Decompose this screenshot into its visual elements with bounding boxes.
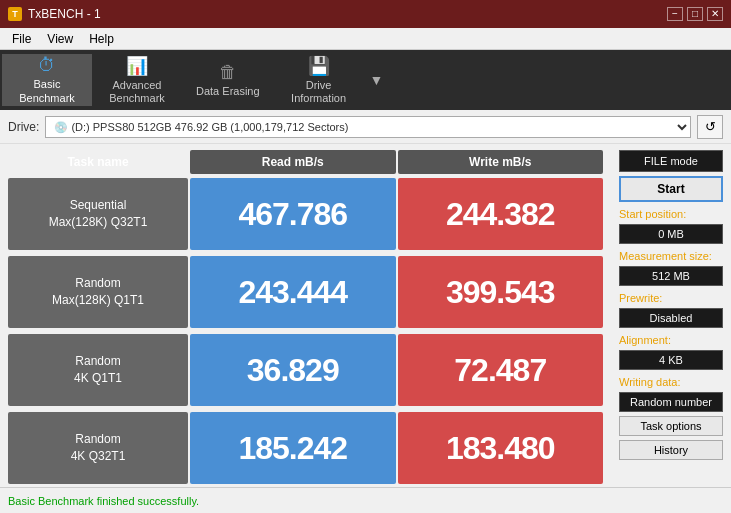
right-panel: FILE mode Start Start position: 0 MB Mea… [611, 144, 731, 487]
menu-help[interactable]: Help [81, 30, 122, 48]
alignment-label: Alignment: [619, 334, 723, 346]
toolbar-basic-benchmark[interactable]: ⏱ BasicBenchmark [2, 54, 92, 106]
toolbar-advanced-benchmark-label: AdvancedBenchmark [109, 79, 165, 105]
row-label-1: Random Max(128K) Q1T1 [8, 256, 188, 328]
menu-view[interactable]: View [39, 30, 81, 48]
write-value-2: 72.487 [398, 334, 604, 406]
header-write: Write mB/s [398, 150, 604, 174]
writing-data-value: Random number [619, 392, 723, 412]
task-options-button[interactable]: Task options [619, 416, 723, 436]
clock-icon: ⏱ [38, 55, 56, 76]
toolbar-advanced-benchmark[interactable]: 📊 AdvancedBenchmark [92, 54, 182, 106]
prewrite-value: Disabled [619, 308, 723, 328]
table-row: Random 4K Q1T1 36.829 72.487 [8, 334, 603, 406]
title-bar-title-group: T TxBENCH - 1 [8, 7, 101, 21]
refresh-button[interactable]: ↺ [697, 115, 723, 139]
writing-data-label: Writing data: [619, 376, 723, 388]
toolbar-drive-information[interactable]: 💾 DriveInformation [274, 54, 364, 106]
start-button[interactable]: Start [619, 176, 723, 202]
row-label-3: Random 4K Q32T1 [8, 412, 188, 484]
main-layout: Task name Read mB/s Write mB/s Sequentia… [0, 144, 731, 487]
toolbar: ⏱ BasicBenchmark 📊 AdvancedBenchmark 🗑 D… [0, 50, 731, 110]
minimize-button[interactable]: − [667, 7, 683, 21]
history-button[interactable]: History [619, 440, 723, 460]
benchmark-area: Task name Read mB/s Write mB/s Sequentia… [0, 144, 611, 487]
measurement-size-label: Measurement size: [619, 250, 723, 262]
bar-chart-icon: 📊 [126, 55, 148, 77]
row-label-2: Random 4K Q1T1 [8, 334, 188, 406]
prewrite-label: Prewrite: [619, 292, 723, 304]
title-bar-controls: − □ ✕ [667, 7, 723, 21]
app-title: TxBENCH - 1 [28, 7, 101, 21]
table-row: Random 4K Q32T1 185.242 183.480 [8, 412, 603, 484]
drive-bar: Drive: 💿 (D:) PPSS80 512GB 476.92 GB (1,… [0, 110, 731, 144]
menu-bar: File View Help [0, 28, 731, 50]
drive-select-wrapper: 💿 (D:) PPSS80 512GB 476.92 GB (1,000,179… [45, 116, 691, 138]
benchmark-rows: Sequential Max(128K) Q32T1 467.786 244.3… [8, 178, 603, 484]
app-icon: T [8, 7, 22, 21]
drive-icon: 💾 [308, 55, 330, 77]
status-bar: Basic Benchmark finished successfully. [0, 487, 731, 513]
benchmark-header: Task name Read mB/s Write mB/s [8, 150, 603, 174]
row-label-0: Sequential Max(128K) Q32T1 [8, 178, 188, 250]
start-position-label: Start position: [619, 208, 723, 220]
write-value-3: 183.480 [398, 412, 604, 484]
close-button[interactable]: ✕ [707, 7, 723, 21]
toolbar-basic-benchmark-label: BasicBenchmark [19, 78, 75, 104]
read-value-1: 243.444 [190, 256, 396, 328]
toolbar-data-erasing[interactable]: 🗑 Data Erasing [182, 54, 274, 106]
chevron-down-icon: ▼ [370, 72, 384, 88]
status-message: Basic Benchmark finished successfully. [8, 495, 199, 507]
restore-button[interactable]: □ [687, 7, 703, 21]
read-value-3: 185.242 [190, 412, 396, 484]
write-value-1: 399.543 [398, 256, 604, 328]
toolbar-dropdown[interactable]: ▼ [364, 54, 390, 106]
drive-select[interactable]: 💿 (D:) PPSS80 512GB 476.92 GB (1,000,179… [45, 116, 691, 138]
file-mode-button[interactable]: FILE mode [619, 150, 723, 172]
alignment-value: 4 KB [619, 350, 723, 370]
table-row: Sequential Max(128K) Q32T1 467.786 244.3… [8, 178, 603, 250]
erase-icon: 🗑 [219, 62, 237, 83]
table-row: Random Max(128K) Q1T1 243.444 399.543 [8, 256, 603, 328]
toolbar-drive-information-label: DriveInformation [291, 79, 346, 105]
read-value-0: 467.786 [190, 178, 396, 250]
drive-label: Drive: [8, 120, 39, 134]
header-taskname: Task name [8, 150, 188, 174]
header-read: Read mB/s [190, 150, 396, 174]
toolbar-data-erasing-label: Data Erasing [196, 85, 260, 98]
title-bar: T TxBENCH - 1 − □ ✕ [0, 0, 731, 28]
menu-file[interactable]: File [4, 30, 39, 48]
read-value-2: 36.829 [190, 334, 396, 406]
write-value-0: 244.382 [398, 178, 604, 250]
measurement-size-value: 512 MB [619, 266, 723, 286]
start-position-value: 0 MB [619, 224, 723, 244]
